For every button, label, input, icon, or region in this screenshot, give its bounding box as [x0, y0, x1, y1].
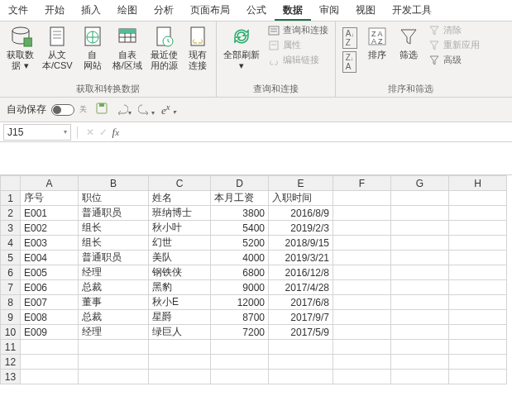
cell[interactable] [449, 191, 507, 206]
cell[interactable] [333, 325, 391, 340]
autosave-toggle[interactable]: 自动保存 关 [7, 103, 87, 117]
cell[interactable] [391, 310, 449, 325]
cell[interactable] [391, 265, 449, 280]
cell[interactable]: 经理 [79, 325, 149, 340]
edit-links-option[interactable]: 编辑链接 [265, 53, 332, 67]
toggle-switch[interactable] [51, 104, 74, 116]
menu-tab-10[interactable]: 开发工具 [384, 0, 440, 21]
cell[interactable]: 普通职员 [79, 251, 149, 265]
cell[interactable]: 星爵 [149, 310, 211, 325]
cell[interactable]: E005 [21, 265, 79, 280]
cell[interactable]: E002 [21, 221, 79, 236]
cell[interactable]: 4000 [211, 251, 269, 265]
col-header-A[interactable]: A [21, 176, 79, 191]
cell[interactable] [149, 355, 211, 370]
sort-button[interactable]: Z AA Z 排序 [362, 23, 392, 62]
existing-connections-button[interactable]: 现有连接 [183, 23, 213, 73]
from-table-button[interactable]: 自表格/区域 [109, 23, 146, 73]
col-header-H[interactable]: H [449, 176, 507, 191]
cell[interactable] [391, 295, 449, 310]
cell[interactable] [333, 295, 391, 310]
row-header-4[interactable]: 4 [1, 236, 21, 251]
cell[interactable]: E006 [21, 280, 79, 295]
cell[interactable] [211, 370, 269, 384]
cell[interactable] [449, 370, 507, 384]
cell[interactable] [149, 370, 211, 384]
cell[interactable]: 美队 [149, 251, 211, 265]
cell[interactable] [269, 340, 333, 355]
col-header-G[interactable]: G [391, 176, 449, 191]
recent-sources-button[interactable]: 最近使用的源 [147, 23, 181, 73]
fx-icon[interactable]: fx [112, 126, 119, 139]
row-header-2[interactable]: 2 [1, 206, 21, 221]
cell[interactable] [333, 340, 391, 355]
cell[interactable]: 董事 [79, 295, 149, 310]
cell[interactable]: 6800 [211, 265, 269, 280]
col-header-C[interactable]: C [149, 176, 211, 191]
cell[interactable] [391, 340, 449, 355]
cell[interactable]: 3800 [211, 206, 269, 221]
cell[interactable]: 2016/8/9 [269, 206, 333, 221]
cell[interactable] [449, 310, 507, 325]
formula-input[interactable] [124, 124, 512, 141]
cell[interactable]: 9000 [211, 280, 269, 295]
cell[interactable] [333, 280, 391, 295]
cell[interactable] [333, 310, 391, 325]
menu-tab-0[interactable]: 文件 [0, 0, 36, 21]
row-header-8[interactable]: 8 [1, 295, 21, 310]
row-header-6[interactable]: 6 [1, 265, 21, 280]
row-header-1[interactable]: 1 [1, 191, 21, 206]
cell[interactable] [21, 340, 79, 355]
get-data-button[interactable]: 获取数据 ▾ [3, 23, 37, 73]
cell[interactable] [333, 265, 391, 280]
cell[interactable]: 组长 [79, 236, 149, 251]
euler-icon[interactable]: ex ▾ [161, 102, 176, 117]
advanced-filter-option[interactable]: 高级 [425, 53, 483, 67]
undo-icon[interactable]: ▾ [115, 102, 132, 117]
cell[interactable] [211, 340, 269, 355]
col-header-F[interactable]: F [333, 176, 391, 191]
cell[interactable] [391, 206, 449, 221]
menu-tab-9[interactable]: 视图 [347, 0, 384, 21]
cell[interactable]: 2017/9/7 [269, 310, 333, 325]
col-header-B[interactable]: B [79, 176, 149, 191]
refresh-all-button[interactable]: 全部刷新▾ [220, 23, 263, 73]
cell[interactable]: 组长 [79, 221, 149, 236]
cell[interactable] [21, 370, 79, 384]
row-header-12[interactable]: 12 [1, 355, 21, 370]
cell[interactable]: 总裁 [79, 310, 149, 325]
cell[interactable] [211, 355, 269, 370]
cell[interactable] [333, 206, 391, 221]
filter-button[interactable]: 筛选 [394, 23, 423, 62]
cell[interactable] [333, 191, 391, 206]
cell[interactable]: E004 [21, 251, 79, 265]
cell[interactable]: 秋小E [149, 295, 211, 310]
menu-tab-7[interactable]: 数据 [275, 0, 311, 21]
cell[interactable] [333, 221, 391, 236]
cell[interactable]: 班纳博士 [149, 206, 211, 221]
menu-tab-4[interactable]: 分析 [146, 0, 182, 21]
cell[interactable]: 经理 [79, 265, 149, 280]
clear-filter-option[interactable]: 清除 [425, 23, 483, 37]
worksheet-grid[interactable]: ABCDEFGH1序号职位姓名本月工资入职时间2E001普通职员班纳博士3800… [0, 175, 512, 384]
cell[interactable] [269, 355, 333, 370]
row-header-11[interactable]: 11 [1, 340, 21, 355]
row-header-9[interactable]: 9 [1, 310, 21, 325]
cell[interactable] [333, 355, 391, 370]
cell[interactable]: 姓名 [149, 191, 211, 206]
cell[interactable] [391, 370, 449, 384]
cell[interactable]: 幻世 [149, 236, 211, 251]
queries-connections-option[interactable]: 查询和连接 [265, 23, 332, 37]
cell[interactable]: 5400 [211, 221, 269, 236]
cell[interactable] [391, 325, 449, 340]
cell[interactable]: E007 [21, 295, 79, 310]
row-header-5[interactable]: 5 [1, 251, 21, 265]
cell[interactable]: 5200 [211, 236, 269, 251]
cell[interactable] [391, 236, 449, 251]
cell[interactable] [391, 251, 449, 265]
cell[interactable] [333, 370, 391, 384]
cell[interactable] [391, 280, 449, 295]
cell[interactable]: 12000 [211, 295, 269, 310]
row-header-10[interactable]: 10 [1, 325, 21, 340]
from-csv-button[interactable]: 从文本/CSV [39, 23, 76, 73]
